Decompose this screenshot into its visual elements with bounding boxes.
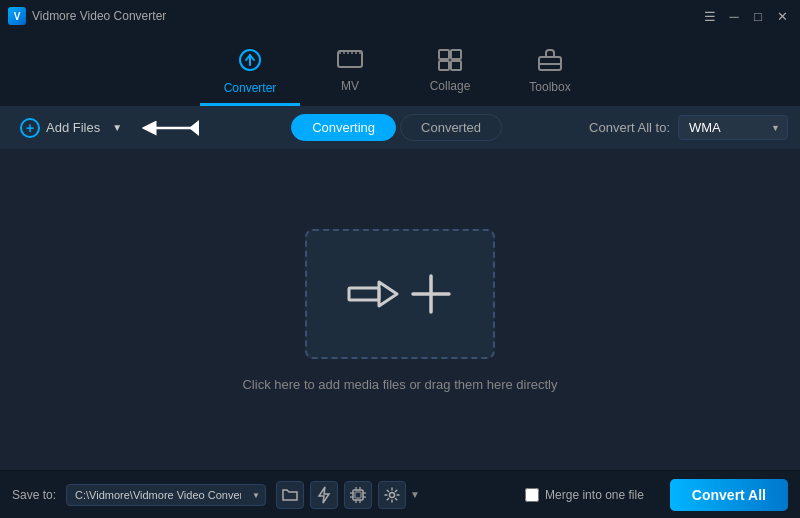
svg-marker-11	[379, 282, 397, 306]
tab-converting[interactable]: Converting	[291, 114, 396, 141]
nav-item-converter[interactable]: Converter	[200, 38, 300, 106]
converter-label: Converter	[224, 81, 277, 95]
merge-label: Merge into one file	[545, 488, 644, 502]
drop-hint-text: Click here to add media files or drag th…	[242, 377, 557, 392]
nav-item-collage[interactable]: Collage	[400, 38, 500, 106]
add-files-label: Add Files	[46, 120, 100, 135]
flash-icon	[317, 486, 331, 504]
app-title: Vidmore Video Converter	[32, 9, 700, 23]
mv-label: MV	[341, 79, 359, 93]
tab-converted[interactable]: Converted	[400, 114, 502, 141]
arrow-icon	[134, 113, 204, 143]
arrow-annotation	[134, 113, 204, 143]
maximize-button[interactable]: □	[748, 6, 768, 26]
collage-label: Collage	[430, 79, 471, 93]
save-path-wrapper	[66, 484, 266, 506]
window-controls: ☰ ─ □ ✕	[700, 6, 792, 26]
mv-icon	[337, 49, 363, 75]
settings-icon-button[interactable]	[378, 481, 406, 509]
merge-checkbox-area: Merge into one file	[525, 488, 644, 502]
settings-icon	[384, 487, 400, 503]
svg-rect-3	[451, 50, 461, 59]
svg-rect-4	[439, 61, 449, 70]
drop-plus-icon	[409, 272, 453, 316]
svg-point-24	[390, 492, 395, 497]
chip-icon-button[interactable]	[344, 481, 372, 509]
collage-icon	[438, 49, 462, 75]
close-button[interactable]: ✕	[772, 6, 792, 26]
drop-arrow-icon	[347, 274, 399, 314]
svg-rect-2	[439, 50, 449, 59]
flash-icon-button[interactable]	[310, 481, 338, 509]
toolbox-label: Toolbox	[529, 80, 570, 94]
save-label: Save to:	[12, 488, 56, 502]
toolbox-icon	[537, 48, 563, 76]
navbar: Converter MV Collage	[0, 32, 800, 106]
settings-dropdown-arrow: ▼	[410, 489, 420, 500]
app-icon: V	[8, 7, 26, 25]
titlebar: V Vidmore Video Converter ☰ ─ □ ✕	[0, 0, 800, 32]
bottom-icons: ▼	[276, 481, 420, 509]
nav-item-mv[interactable]: MV	[300, 38, 400, 106]
minimize-button[interactable]: ─	[724, 6, 744, 26]
folder-icon	[282, 488, 298, 502]
add-circle-icon: +	[20, 118, 40, 138]
convert-all-button[interactable]: Convert All	[670, 479, 788, 511]
nav-item-toolbox[interactable]: Toolbox	[500, 38, 600, 106]
svg-rect-1	[338, 51, 362, 67]
tab-area: Converting Converted	[204, 114, 589, 141]
add-files-button[interactable]: + Add Files	[12, 112, 108, 144]
main-content: Click here to add media files or drag th…	[0, 150, 800, 470]
toolbar: + Add Files ▼ Converting Converted Conve…	[0, 106, 800, 150]
folder-icon-button[interactable]	[276, 481, 304, 509]
merge-checkbox[interactable]	[525, 488, 539, 502]
converter-icon	[237, 47, 263, 77]
add-files-dropdown-button[interactable]: ▼	[108, 118, 126, 137]
convert-all-area: Convert All to: WMA MP3 MP4 AVI MOV MKV …	[589, 115, 788, 140]
menu-button[interactable]: ☰	[700, 6, 720, 26]
chip-icon	[350, 487, 366, 503]
bottombar: Save to:	[0, 470, 800, 518]
convert-all-label: Convert All to:	[589, 120, 670, 135]
format-select[interactable]: WMA MP3 MP4 AVI MOV MKV AAC FLAC	[678, 115, 788, 140]
drop-zone[interactable]	[305, 229, 495, 359]
format-select-wrapper: WMA MP3 MP4 AVI MOV MKV AAC FLAC	[678, 115, 788, 140]
svg-rect-15	[355, 492, 361, 498]
save-path-input[interactable]	[66, 484, 266, 506]
svg-rect-5	[451, 61, 461, 70]
svg-marker-9	[189, 120, 199, 136]
svg-rect-10	[349, 288, 379, 300]
